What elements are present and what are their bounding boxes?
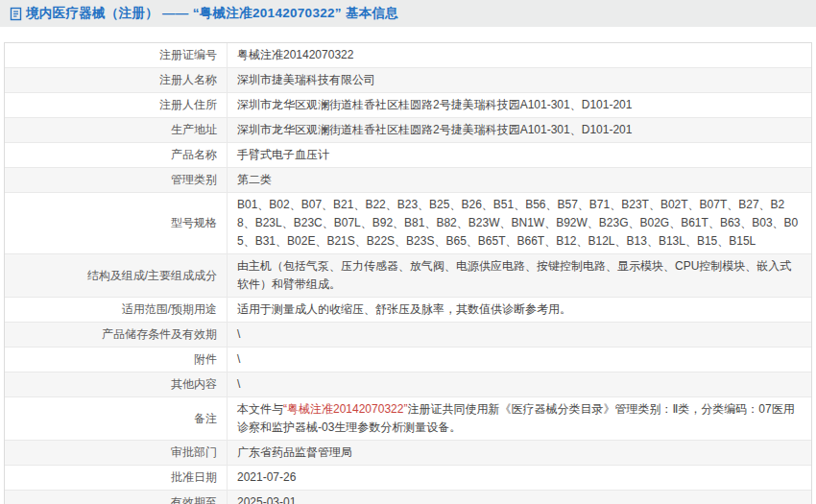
row-value: 深圳市捷美瑞科技有限公司 [228,68,811,92]
table-row: 注册人住所深圳市龙华区观澜街道桂香社区桂圆路2号捷美瑞科技园A101-301、D… [5,93,811,118]
document-icon [10,7,22,21]
row-label: 生产地址 [5,118,228,142]
row-value: 深圳市龙华区观澜街道桂香社区桂圆路2号捷美瑞科技园A101-301、D101-2… [228,118,811,142]
row-label-text: 批准日期 [171,468,217,487]
row-label-text: 适用范围/预期用途 [122,300,217,319]
row-label: 批准日期 [5,466,228,490]
row-value: \ [228,372,811,396]
row-label-text: 结构及组成/主要组成成分 [87,267,217,285]
table-row: 有效期至2025-03-01 [5,491,811,504]
row-label-text: 产品名称 [171,146,217,164]
row-value-text: 深圳市捷美瑞科技有限公司 [237,73,375,86]
remark-highlight-cert-number: “粤械注准20142070322” [283,402,407,416]
row-value-text: \ [237,377,240,391]
row-label-text: 有效期至 [171,493,217,504]
row-label: 产品储存条件及有效期 [5,323,228,347]
row-value-text: B01、B02、B07、B21、B22、B23、B25、B26、B51、B56、… [237,198,798,248]
row-value-text: 由主机（包括气泵、压力传感器、放气阀、电源供应电路、按键控制电路、显示模块、CP… [237,259,791,291]
table-row: 审批部门广东省药品监督管理局 [5,441,811,466]
row-label-text: 注册人住所 [159,96,217,114]
row-label-text: 审批部门 [171,444,217,462]
row-value-text: 2021-07-26 [237,470,296,484]
row-label: 注册证编号 [5,43,228,67]
row-value-text: 适用于测量成人的收缩压、舒张压及脉率，其数值供诊断参考用。 [237,302,571,316]
row-value: 2025-03-01 [228,491,811,504]
row-label-text: 其他内容 [171,375,217,394]
row-value-text: \ [237,352,240,366]
row-value-text: 粤械注准20142070322 [237,48,353,61]
row-value: 2021-07-26 [228,466,811,490]
table-row: 附件\ [5,348,811,372]
row-label: 附件 [5,348,228,372]
table-row: 注册证编号粤械注准20142070322 [5,43,811,68]
row-label: 审批部门 [5,441,228,465]
row-label: 型号规格 [5,193,228,253]
row-value: B01、B02、B07、B21、B22、B23、B25、B26、B51、B56、… [228,193,811,253]
row-value: 广东省药品监督管理局 [228,441,811,465]
row-label: 有效期至 [5,491,228,504]
row-value: \ [228,323,811,347]
row-label: 备注 [5,397,228,440]
row-value: \ [228,348,811,372]
table-row: 批准日期2021-07-26 [5,466,811,491]
row-value: 第二类 [228,168,811,192]
table-row: 管理类别第二类 [5,168,811,193]
row-value-text: 第二类 [237,173,272,186]
table-row: 产品储存条件及有效期\ [5,323,811,348]
info-table: 注册证编号粤械注准20142070322注册人名称深圳市捷美瑞科技有限公司注册人… [4,42,812,504]
row-value-text: 2025-03-01 [237,495,296,504]
row-value-text: 深圳市龙华区观澜街道桂香社区桂圆路2号捷美瑞科技园A101-301、D101-2… [237,98,632,111]
row-label: 管理类别 [5,168,228,192]
row-label: 适用范围/预期用途 [5,298,228,322]
page-header: 境内医疗器械（注册） —— “粤械注准20142070322” 基本信息 [0,0,816,27]
page-title: 境内医疗器械（注册） —— “粤械注准20142070322” 基本信息 [26,5,398,22]
table-row: 产品名称手臂式电子血压计 [5,143,811,168]
table-row: 结构及组成/主要组成成分由主机（包括气泵、压力传感器、放气阀、电源供应电路、按键… [5,254,811,298]
row-value: 粤械注准20142070322 [228,43,811,67]
row-value-text: \ [237,327,240,341]
table-row: 备注本文件与“粤械注准20142070322”注册证共同使用新《医疗器械分类目录… [5,397,811,441]
row-value-text: 广东省药品监督管理局 [237,445,352,459]
row-value: 本文件与“粤械注准20142070322”注册证共同使用新《医疗器械分类目录》管… [228,397,811,440]
row-label-text: 产品储存条件及有效期 [102,325,217,344]
table-row: 其他内容\ [5,372,811,397]
row-label: 注册人住所 [5,93,228,117]
table-row: 适用范围/预期用途适用于测量成人的收缩压、舒张压及脉率，其数值供诊断参考用。 [5,298,811,323]
row-value: 手臂式电子血压计 [228,143,811,167]
row-label-text: 管理类别 [171,171,217,189]
row-label: 结构及组成/主要组成成分 [5,254,228,297]
table-row: 生产地址深圳市龙华区观澜街道桂香社区桂圆路2号捷美瑞科技园A101-301、D1… [5,118,811,143]
row-value: 由主机（包括气泵、压力传感器、放气阀、电源供应电路、按键控制电路、显示模块、CP… [228,254,811,297]
table-row: 型号规格B01、B02、B07、B21、B22、B23、B25、B26、B51、… [5,193,811,254]
row-label-text: 备注 [194,410,217,428]
row-label: 产品名称 [5,143,228,167]
row-label-text: 注册人名称 [159,71,217,89]
row-label-text: 注册证编号 [159,46,217,64]
row-label-text: 生产地址 [171,121,217,139]
row-value: 适用于测量成人的收缩压、舒张压及脉率，其数值供诊断参考用。 [228,298,811,322]
row-label: 其他内容 [5,372,228,396]
row-value-text: 手臂式电子血压计 [237,148,329,161]
row-value-text: 深圳市龙华区观澜街道桂香社区桂圆路2号捷美瑞科技园A101-301、D101-2… [237,123,632,136]
row-value: 深圳市龙华区观澜街道桂香社区桂圆路2号捷美瑞科技园A101-301、D101-2… [228,93,811,117]
row-label-text: 附件 [194,350,217,369]
remark-text-before: 本文件与 [237,402,283,416]
row-label-text: 型号规格 [171,214,217,232]
row-label: 注册人名称 [5,68,228,92]
table-row: 注册人名称深圳市捷美瑞科技有限公司 [5,68,811,93]
